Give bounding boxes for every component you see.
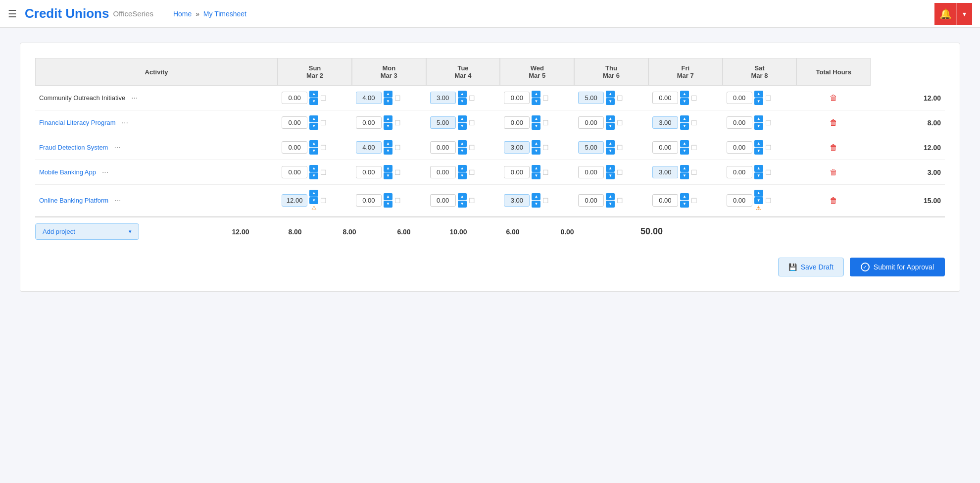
comment-icon-mon-4[interactable]: ☐ bbox=[394, 197, 401, 205]
decrement-button-wed-0[interactable]: ▼ bbox=[532, 98, 540, 105]
hours-input-wed-3[interactable] bbox=[504, 166, 530, 178]
activity-options-button[interactable]: ··· bbox=[120, 117, 130, 128]
hours-input-sun-4[interactable] bbox=[282, 194, 307, 207]
decrement-button-mon-3[interactable]: ▼ bbox=[384, 172, 392, 179]
comment-icon-thu-0[interactable]: ☐ bbox=[617, 94, 623, 102]
comment-icon-mon-2[interactable]: ☐ bbox=[394, 144, 401, 152]
decrement-button-mon-1[interactable]: ▼ bbox=[384, 123, 392, 130]
increment-button-sat-1[interactable]: ▲ bbox=[754, 115, 763, 122]
decrement-button-wed-1[interactable]: ▼ bbox=[532, 123, 540, 130]
increment-button-mon-3[interactable]: ▲ bbox=[384, 165, 392, 172]
comment-icon-sun-1[interactable]: ☐ bbox=[320, 119, 327, 127]
delete-row-button-3[interactable]: 🗑 bbox=[829, 167, 838, 178]
comment-icon-sat-2[interactable]: ☐ bbox=[765, 144, 772, 152]
increment-button-thu-3[interactable]: ▲ bbox=[606, 165, 615, 172]
comment-icon-tue-4[interactable]: ☐ bbox=[469, 197, 475, 205]
increment-button-tue-1[interactable]: ▲ bbox=[458, 115, 467, 122]
comment-icon-wed-3[interactable]: ☐ bbox=[542, 168, 549, 176]
activity-name[interactable]: Online Banking Platform bbox=[39, 197, 108, 204]
decrement-button-sat-0[interactable]: ▼ bbox=[754, 98, 763, 105]
increment-button-mon-4[interactable]: ▲ bbox=[384, 193, 392, 200]
decrement-button-sun-0[interactable]: ▼ bbox=[309, 98, 318, 105]
comment-icon-sun-0[interactable]: ☐ bbox=[320, 94, 327, 102]
decrement-button-mon-4[interactable]: ▼ bbox=[384, 201, 392, 208]
decrement-button-wed-3[interactable]: ▼ bbox=[532, 172, 540, 179]
increment-button-mon-1[interactable]: ▲ bbox=[384, 115, 392, 122]
increment-button-wed-3[interactable]: ▲ bbox=[532, 165, 540, 172]
hours-input-sat-4[interactable] bbox=[727, 194, 752, 207]
decrement-button-sun-4[interactable]: ▼ bbox=[309, 197, 318, 204]
activity-name[interactable]: Fraud Detection System bbox=[39, 144, 108, 151]
increment-button-thu-0[interactable]: ▲ bbox=[606, 91, 615, 98]
add-project-button[interactable]: Add project ▾ bbox=[35, 223, 139, 240]
increment-button-wed-2[interactable]: ▲ bbox=[532, 140, 540, 147]
comment-icon-sat-4[interactable]: ☐ bbox=[765, 197, 772, 205]
decrement-button-thu-2[interactable]: ▼ bbox=[606, 148, 615, 155]
hours-input-tue-1[interactable] bbox=[430, 116, 456, 129]
increment-button-sun-4[interactable]: ▲ bbox=[309, 190, 318, 197]
comment-icon-thu-1[interactable]: ☐ bbox=[617, 119, 623, 127]
increment-button-thu-4[interactable]: ▲ bbox=[606, 193, 615, 200]
increment-button-sun-0[interactable]: ▲ bbox=[309, 91, 318, 98]
comment-icon-thu-3[interactable]: ☐ bbox=[617, 168, 623, 176]
hours-input-tue-4[interactable] bbox=[430, 194, 456, 207]
comment-icon-mon-1[interactable]: ☐ bbox=[394, 119, 401, 127]
comment-icon-sat-3[interactable]: ☐ bbox=[765, 168, 772, 176]
hours-input-thu-1[interactable] bbox=[578, 116, 604, 129]
hours-input-thu-2[interactable] bbox=[578, 141, 604, 154]
hours-input-mon-1[interactable] bbox=[356, 116, 382, 129]
hours-input-thu-0[interactable] bbox=[578, 92, 604, 104]
increment-button-fri-1[interactable]: ▲ bbox=[680, 115, 689, 122]
increment-button-wed-1[interactable]: ▲ bbox=[532, 115, 540, 122]
hours-input-fri-4[interactable] bbox=[652, 194, 678, 207]
activity-options-button[interactable]: ··· bbox=[129, 93, 140, 104]
hours-input-wed-4[interactable] bbox=[504, 194, 530, 207]
decrement-button-fri-2[interactable]: ▼ bbox=[680, 148, 689, 155]
hours-input-tue-2[interactable] bbox=[430, 141, 456, 154]
comment-icon-sun-2[interactable]: ☐ bbox=[320, 144, 327, 152]
decrement-button-wed-2[interactable]: ▼ bbox=[532, 148, 540, 155]
increment-button-sat-4[interactable]: ▲ bbox=[754, 190, 763, 197]
hours-input-wed-2[interactable] bbox=[504, 141, 530, 154]
decrement-button-tue-0[interactable]: ▼ bbox=[458, 98, 467, 105]
increment-button-tue-4[interactable]: ▲ bbox=[458, 193, 467, 200]
hours-input-sun-1[interactable] bbox=[282, 116, 307, 129]
increment-button-fri-2[interactable]: ▲ bbox=[680, 140, 689, 147]
comment-icon-thu-2[interactable]: ☐ bbox=[617, 144, 623, 152]
decrement-button-tue-2[interactable]: ▼ bbox=[458, 148, 467, 155]
increment-button-thu-1[interactable]: ▲ bbox=[606, 115, 615, 122]
comment-icon-sat-1[interactable]: ☐ bbox=[765, 119, 772, 127]
comment-icon-tue-0[interactable]: ☐ bbox=[469, 94, 475, 102]
decrement-button-tue-4[interactable]: ▼ bbox=[458, 201, 467, 208]
increment-button-sat-0[interactable]: ▲ bbox=[754, 91, 763, 98]
comment-icon-mon-3[interactable]: ☐ bbox=[394, 168, 401, 176]
increment-button-tue-3[interactable]: ▲ bbox=[458, 165, 467, 172]
hours-input-sat-2[interactable] bbox=[727, 141, 752, 154]
hours-input-sun-3[interactable] bbox=[282, 166, 307, 178]
activity-options-button[interactable]: ··· bbox=[112, 142, 122, 153]
hours-input-sat-0[interactable] bbox=[727, 92, 752, 104]
hamburger-icon[interactable]: ☰ bbox=[8, 8, 17, 20]
hours-input-fri-0[interactable] bbox=[652, 92, 678, 104]
save-draft-button[interactable]: 💾 Save Draft bbox=[778, 258, 844, 276]
activity-options-button[interactable]: ··· bbox=[112, 195, 123, 206]
activity-options-button[interactable]: ··· bbox=[100, 167, 110, 178]
increment-button-sat-2[interactable]: ▲ bbox=[754, 140, 763, 147]
comment-icon-wed-1[interactable]: ☐ bbox=[542, 119, 549, 127]
delete-row-button-2[interactable]: 🗑 bbox=[829, 142, 838, 153]
decrement-button-thu-0[interactable]: ▼ bbox=[606, 98, 615, 105]
comment-icon-fri-0[interactable]: ☐ bbox=[691, 94, 697, 102]
decrement-button-sat-1[interactable]: ▼ bbox=[754, 123, 763, 130]
decrement-button-sat-3[interactable]: ▼ bbox=[754, 172, 763, 179]
decrement-button-wed-4[interactable]: ▼ bbox=[532, 201, 540, 208]
activity-name[interactable]: Mobile Banking App bbox=[39, 168, 96, 176]
breadcrumb-home[interactable]: Home bbox=[173, 10, 192, 18]
increment-button-sun-2[interactable]: ▲ bbox=[309, 140, 318, 147]
hours-input-mon-0[interactable] bbox=[356, 92, 382, 104]
comment-icon-fri-3[interactable]: ☐ bbox=[691, 168, 697, 176]
comment-icon-mon-0[interactable]: ☐ bbox=[394, 94, 401, 102]
comment-icon-wed-4[interactable]: ☐ bbox=[542, 197, 549, 205]
decrement-button-tue-3[interactable]: ▼ bbox=[458, 172, 467, 179]
comment-icon-sun-4[interactable]: ☐ bbox=[320, 197, 327, 205]
decrement-button-mon-2[interactable]: ▼ bbox=[384, 148, 392, 155]
